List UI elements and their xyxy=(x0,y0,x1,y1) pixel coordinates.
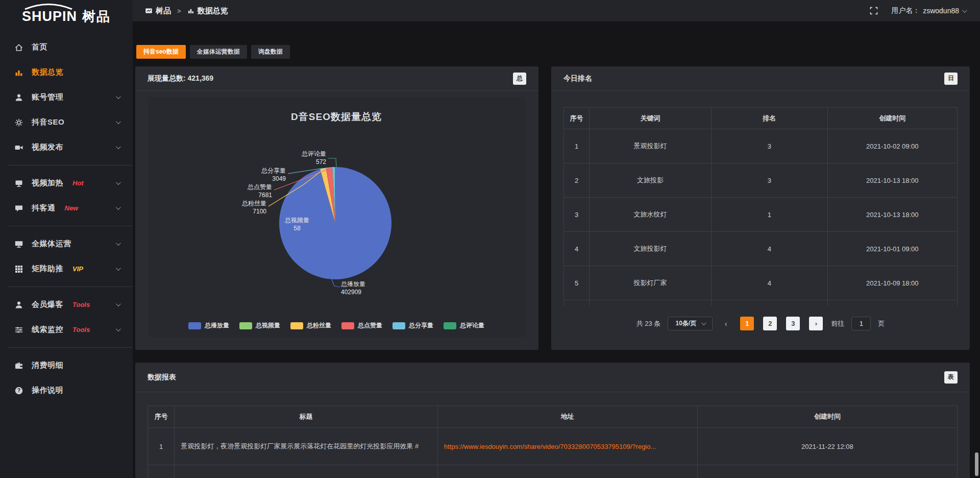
chevron-down-icon xyxy=(116,326,121,331)
pie-svg xyxy=(148,97,525,337)
tab-douyin-seo[interactable]: 抖音seo数据 xyxy=(136,45,186,59)
ranking-card-title: 今日排名 xyxy=(564,74,592,83)
today-ranking-card: 今日排名 日 序号 关键词 排名 创建时间 1景观投影灯32021-10-02 … xyxy=(551,66,970,350)
page-scrollbar-thumb[interactable] xyxy=(975,452,978,476)
legend-item-总视频量[interactable]: 总视频量 xyxy=(239,321,280,330)
chevron-down-icon xyxy=(116,301,121,306)
legend-item-总播放量[interactable]: 总播放量 xyxy=(188,321,229,330)
fullscreen-icon[interactable] xyxy=(870,7,878,15)
tools-badge: Tools xyxy=(72,326,90,333)
breadcrumb-item-shupin[interactable]: 树品 xyxy=(145,6,171,16)
sidebar-item-matrix-boost[interactable]: 矩阵助推 VIP xyxy=(0,256,133,281)
pie-label-videos: 总视频量58 xyxy=(277,216,317,232)
sidebar-item-home[interactable]: 首页 xyxy=(0,35,133,60)
goto-label: 前往 xyxy=(831,319,844,328)
gear-icon xyxy=(14,118,23,127)
col-index: 序号 xyxy=(564,108,590,129)
table-row: 4文旅投影灯42021-10-01 09:00 xyxy=(564,232,958,266)
data-report-card: 数据报表 表 序号 标题 地址 创建时间 1 景观投影灯，夜游景观投影灯厂家展示… xyxy=(135,363,970,478)
sidebar-item-lead-monitor[interactable]: 线索监控 Tools xyxy=(0,317,133,342)
table-row: 5投影灯厂家42021-10-09 18:00 xyxy=(564,266,958,300)
monitor-icon xyxy=(14,240,23,249)
legend-swatch xyxy=(393,322,405,329)
legend-label: 总点赞量 xyxy=(358,321,382,330)
legend-item-总点赞量[interactable]: 总点赞量 xyxy=(341,321,382,330)
legend-item-总评论量[interactable]: 总评论量 xyxy=(444,321,484,330)
screen-icon xyxy=(145,7,153,15)
sidebar-item-all-media[interactable]: 全媒体运营 xyxy=(0,231,133,256)
pie-label-shares: 总分享量3049 xyxy=(250,166,286,183)
top-header: 树品 > 数据总览 用户名：zswodun88 xyxy=(133,0,980,21)
sidebar-item-account[interactable]: 账号管理 xyxy=(0,85,133,110)
chevron-down-icon xyxy=(116,144,121,149)
report-title-cell: 景观投影灯，夜游景观投影灯厂家展示展示落花灯在花园里的灯光投影应用效果 # xyxy=(175,428,437,465)
prev-page-button[interactable]: ‹ xyxy=(720,317,732,330)
day-badge-button[interactable]: 日 xyxy=(944,73,958,85)
sidebar-item-member-burst[interactable]: 会员爆客 Tools xyxy=(0,292,133,317)
chevron-down-icon xyxy=(116,266,121,271)
report-url-link[interactable]: https://www.iesdouyin.com/share/video/70… xyxy=(444,443,656,450)
sidebar-item-spend-detail[interactable]: 消费明细 xyxy=(0,353,133,378)
sidebar: SHUPIN 树品 首页 数据总览 账号管理 抖音SEO 视频发布 xyxy=(0,0,133,478)
breadcrumb-separator: > xyxy=(177,7,181,15)
page-button-1[interactable]: 1 xyxy=(740,317,754,330)
pie-label-likes: 总点赞量7681 xyxy=(236,183,272,199)
table-row: 1景观投影灯32021-10-02 09:00 xyxy=(564,129,958,163)
question-circle-icon: ? xyxy=(14,386,23,395)
goto-page-input[interactable] xyxy=(851,317,871,330)
user-menu[interactable]: 用户名：zswodun88 xyxy=(891,6,966,15)
logo-text: SHUPIN xyxy=(22,10,77,23)
video-camera-icon xyxy=(14,143,23,152)
pagination: 共 23 条 10条/页 ‹ 1 2 3 › 前往 页 xyxy=(551,317,970,330)
page-button-3[interactable]: 3 xyxy=(786,317,800,330)
col-created: 创建时间 xyxy=(697,406,957,428)
impressions-card: 展现量总数: 421,369 总 D音SEO数据量总览 总评论量572 总分享量 xyxy=(135,66,538,350)
bar-chart-icon xyxy=(14,68,23,77)
report-card-title: 数据报表 xyxy=(148,373,176,382)
bar-chart-icon xyxy=(187,7,194,14)
legend-item-总粉丝量[interactable]: 总粉丝量 xyxy=(290,321,331,330)
total-badge-button[interactable]: 总 xyxy=(513,73,526,85)
chat-icon xyxy=(14,204,23,213)
sidebar-item-douyin-seo[interactable]: 抖音SEO xyxy=(0,110,133,135)
breadcrumb: 树品 > 数据总览 xyxy=(145,6,228,16)
page-size-select[interactable]: 10条/页 xyxy=(668,317,713,330)
pie-label-fans: 总粉丝量7100 xyxy=(231,199,266,216)
user-icon xyxy=(14,93,23,102)
next-page-button[interactable]: › xyxy=(809,317,823,330)
vip-badge: VIP xyxy=(72,265,83,273)
legend-label: 总评论量 xyxy=(460,321,484,330)
grid-icon xyxy=(14,265,23,274)
legend-item-总分享量[interactable]: 总分享量 xyxy=(393,321,433,330)
table-badge-button[interactable]: 表 xyxy=(944,371,958,384)
page-button-2[interactable]: 2 xyxy=(763,317,777,330)
breadcrumb-item-data-overview[interactable]: 数据总览 xyxy=(187,6,228,16)
sidebar-item-video-publish[interactable]: 视频发布 xyxy=(0,135,133,160)
main-content: 抖音seo数据 全媒体运营数据 询盘数据 展现量总数: 421,369 总 D音… xyxy=(133,21,980,478)
chevron-down-icon xyxy=(116,205,121,210)
legend-label: 总播放量 xyxy=(205,321,229,330)
sidebar-item-data-overview[interactable]: 数据总览 xyxy=(0,60,133,85)
chevron-down-icon xyxy=(116,241,121,246)
data-tabs: 抖音seo数据 全媒体运营数据 询盘数据 xyxy=(136,45,290,59)
legend-swatch xyxy=(239,322,252,329)
svg-text:?: ? xyxy=(17,387,20,393)
sidebar-item-help[interactable]: ? 操作说明 xyxy=(0,378,133,403)
username-label: 用户名： xyxy=(891,6,920,15)
logo-arc-icon xyxy=(21,4,76,10)
table-header-row: 序号 标题 地址 创建时间 xyxy=(148,406,958,428)
col-title: 标题 xyxy=(175,406,437,428)
legend-swatch xyxy=(188,322,201,329)
tab-all-media[interactable]: 全媒体运营数据 xyxy=(190,45,247,59)
table-row: 2文旅投影32021-10-13 18:00 xyxy=(564,163,958,198)
col-created: 创建时间 xyxy=(827,108,957,129)
tab-inquiry[interactable]: 询盘数据 xyxy=(251,45,290,59)
menu-divider xyxy=(8,165,133,165)
pie-label-comments: 总评论量572 xyxy=(285,150,326,166)
username-value: zswodun88 xyxy=(923,7,959,15)
legend-label: 总分享量 xyxy=(409,321,433,330)
sidebar-item-douketong[interactable]: 抖客通 New xyxy=(0,196,133,221)
screen-heat-icon xyxy=(14,179,23,188)
sidebar-item-video-heat[interactable]: 视频加热 Hot xyxy=(0,171,133,196)
wallet-icon xyxy=(14,361,23,370)
